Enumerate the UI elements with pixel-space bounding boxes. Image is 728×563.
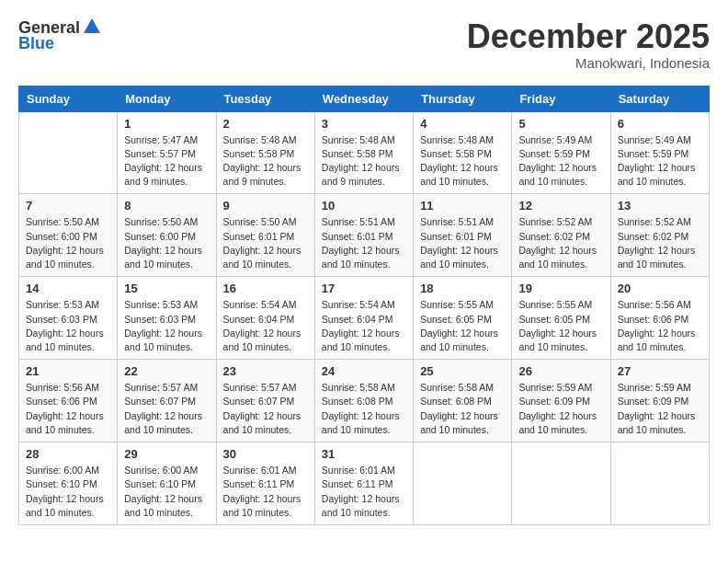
day-info: Sunrise: 5:48 AMSunset: 5:58 PMDaylight:… [420, 133, 505, 190]
title-block: December 2025 Manokwari, Indonesia [467, 18, 710, 71]
day-info: Sunrise: 5:47 AMSunset: 5:57 PMDaylight:… [124, 133, 209, 190]
calendar-cell: 2Sunrise: 5:48 AMSunset: 5:58 PMDaylight… [216, 111, 314, 194]
calendar-cell: 31Sunrise: 6:01 AMSunset: 6:11 PMDayligh… [314, 442, 413, 525]
calendar-cell: 3Sunrise: 5:48 AMSunset: 5:58 PMDaylight… [314, 111, 413, 194]
day-info: Sunrise: 6:00 AMSunset: 6:10 PMDaylight:… [26, 464, 110, 520]
day-info: Sunrise: 5:49 AMSunset: 5:59 PMDaylight:… [518, 133, 603, 190]
day-info: Sunrise: 5:53 AMSunset: 6:03 PMDaylight:… [26, 298, 110, 354]
day-info: Sunrise: 5:52 AMSunset: 6:02 PMDaylight:… [518, 215, 603, 271]
day-info: Sunrise: 5:56 AMSunset: 6:06 PMDaylight:… [618, 298, 702, 354]
day-info: Sunrise: 5:51 AMSunset: 6:01 PMDaylight:… [322, 215, 406, 271]
weekday-header-monday: Monday [118, 86, 216, 111]
day-number: 16 [223, 282, 308, 295]
day-info: Sunrise: 5:50 AMSunset: 6:01 PMDaylight:… [223, 215, 308, 271]
day-number: 29 [124, 447, 209, 461]
calendar-cell: 25Sunrise: 5:58 AMSunset: 6:08 PMDayligh… [414, 360, 512, 442]
day-info: Sunrise: 5:55 AMSunset: 6:05 PMDaylight:… [420, 298, 505, 354]
calendar-cell [512, 442, 610, 525]
calendar-week-3: 14Sunrise: 5:53 AMSunset: 6:03 PMDayligh… [19, 277, 710, 360]
day-info: Sunrise: 5:57 AMSunset: 6:07 PMDaylight:… [223, 381, 308, 437]
calendar-cell: 19Sunrise: 5:55 AMSunset: 6:05 PMDayligh… [512, 277, 610, 360]
day-number: 19 [518, 282, 603, 295]
day-info: Sunrise: 5:50 AMSunset: 6:00 PMDaylight:… [124, 215, 209, 271]
day-number: 5 [518, 117, 603, 131]
day-info: Sunrise: 5:59 AMSunset: 6:09 PMDaylight:… [618, 381, 702, 437]
day-number: 8 [124, 199, 209, 213]
calendar-cell: 11Sunrise: 5:51 AMSunset: 6:01 PMDayligh… [414, 194, 512, 277]
weekday-header-thursday: Thursday [414, 86, 512, 111]
calendar-cell: 29Sunrise: 6:00 AMSunset: 6:10 PMDayligh… [118, 442, 216, 525]
day-number: 20 [618, 282, 702, 295]
calendar-cell: 27Sunrise: 5:59 AMSunset: 6:09 PMDayligh… [610, 360, 709, 442]
day-info: Sunrise: 5:51 AMSunset: 6:01 PMDaylight:… [420, 215, 505, 271]
day-number: 17 [322, 282, 406, 295]
day-number: 23 [223, 364, 308, 378]
day-number: 13 [618, 199, 702, 213]
day-info: Sunrise: 6:01 AMSunset: 6:11 PMDaylight:… [223, 464, 308, 520]
day-info: Sunrise: 5:56 AMSunset: 6:06 PMDaylight:… [26, 381, 110, 437]
calendar-cell: 8Sunrise: 5:50 AMSunset: 6:00 PMDaylight… [118, 194, 216, 277]
day-number: 14 [26, 282, 110, 295]
weekday-header-sunday: Sunday [19, 86, 118, 111]
day-number: 3 [322, 117, 406, 131]
day-info: Sunrise: 5:48 AMSunset: 5:58 PMDaylight:… [322, 133, 406, 190]
calendar-cell: 22Sunrise: 5:57 AMSunset: 6:07 PMDayligh… [118, 360, 216, 442]
day-info: Sunrise: 5:58 AMSunset: 6:08 PMDaylight:… [322, 381, 406, 437]
calendar-cell: 13Sunrise: 5:52 AMSunset: 6:02 PMDayligh… [610, 194, 709, 277]
svg-marker-0 [84, 18, 100, 33]
day-info: Sunrise: 5:57 AMSunset: 6:07 PMDaylight:… [124, 381, 209, 437]
day-number: 2 [223, 117, 308, 131]
calendar-cell [610, 442, 709, 525]
calendar-cell: 5Sunrise: 5:49 AMSunset: 5:59 PMDaylight… [512, 111, 610, 194]
day-info: Sunrise: 5:54 AMSunset: 6:04 PMDaylight:… [223, 298, 308, 354]
calendar-week-1: 1Sunrise: 5:47 AMSunset: 5:57 PMDaylight… [19, 111, 710, 194]
day-info: Sunrise: 5:58 AMSunset: 6:08 PMDaylight:… [420, 381, 505, 437]
calendar-cell: 6Sunrise: 5:49 AMSunset: 5:59 PMDaylight… [610, 111, 709, 194]
day-number: 21 [26, 364, 110, 378]
calendar-cell: 24Sunrise: 5:58 AMSunset: 6:08 PMDayligh… [314, 360, 413, 442]
day-info: Sunrise: 5:55 AMSunset: 6:05 PMDaylight:… [518, 298, 603, 354]
day-number: 28 [26, 447, 110, 461]
day-info: Sunrise: 6:01 AMSunset: 6:11 PMDaylight:… [322, 464, 406, 520]
day-number: 18 [420, 282, 505, 295]
calendar-week-4: 21Sunrise: 5:56 AMSunset: 6:06 PMDayligh… [19, 360, 710, 442]
day-info: Sunrise: 5:48 AMSunset: 5:58 PMDaylight:… [223, 133, 308, 190]
day-info: Sunrise: 5:49 AMSunset: 5:59 PMDaylight:… [618, 133, 702, 190]
day-info: Sunrise: 5:52 AMSunset: 6:02 PMDaylight:… [618, 215, 702, 271]
calendar-cell: 28Sunrise: 6:00 AMSunset: 6:10 PMDayligh… [19, 442, 118, 525]
weekday-header-tuesday: Tuesday [216, 86, 314, 111]
day-number: 31 [322, 447, 406, 461]
calendar-week-2: 7Sunrise: 5:50 AMSunset: 6:00 PMDaylight… [19, 194, 710, 277]
page-header: General Blue December 2025 Manokwari, In… [18, 18, 710, 71]
calendar-cell: 1Sunrise: 5:47 AMSunset: 5:57 PMDaylight… [118, 111, 216, 194]
day-number: 11 [420, 199, 505, 213]
day-info: Sunrise: 5:53 AMSunset: 6:03 PMDaylight:… [124, 298, 209, 354]
logo: General Blue [18, 18, 102, 53]
day-number: 25 [420, 364, 505, 378]
logo-icon [82, 17, 102, 37]
calendar-cell: 12Sunrise: 5:52 AMSunset: 6:02 PMDayligh… [512, 194, 610, 277]
calendar-cell: 15Sunrise: 5:53 AMSunset: 6:03 PMDayligh… [118, 277, 216, 360]
day-number: 12 [518, 199, 603, 213]
calendar-header-row: SundayMondayTuesdayWednesdayThursdayFrid… [19, 86, 710, 111]
logo-blue: Blue [18, 34, 54, 53]
weekday-header-friday: Friday [512, 86, 610, 111]
day-number: 24 [322, 364, 406, 378]
weekday-header-saturday: Saturday [610, 86, 709, 111]
calendar-week-5: 28Sunrise: 6:00 AMSunset: 6:10 PMDayligh… [19, 442, 710, 525]
calendar-cell [19, 111, 118, 194]
calendar-cell: 23Sunrise: 5:57 AMSunset: 6:07 PMDayligh… [216, 360, 314, 442]
calendar-cell: 16Sunrise: 5:54 AMSunset: 6:04 PMDayligh… [216, 277, 314, 360]
day-number: 30 [223, 447, 308, 461]
calendar-cell: 17Sunrise: 5:54 AMSunset: 6:04 PMDayligh… [314, 277, 413, 360]
weekday-header-wednesday: Wednesday [314, 86, 413, 111]
day-info: Sunrise: 5:50 AMSunset: 6:00 PMDaylight:… [26, 215, 110, 271]
calendar-cell: 20Sunrise: 5:56 AMSunset: 6:06 PMDayligh… [610, 277, 709, 360]
day-info: Sunrise: 5:54 AMSunset: 6:04 PMDaylight:… [322, 298, 406, 354]
day-info: Sunrise: 6:00 AMSunset: 6:10 PMDaylight:… [124, 464, 209, 520]
day-number: 1 [124, 117, 209, 131]
day-number: 15 [124, 282, 209, 295]
day-number: 26 [518, 364, 603, 378]
calendar-cell: 9Sunrise: 5:50 AMSunset: 6:01 PMDaylight… [216, 194, 314, 277]
calendar-cell: 4Sunrise: 5:48 AMSunset: 5:58 PMDaylight… [414, 111, 512, 194]
